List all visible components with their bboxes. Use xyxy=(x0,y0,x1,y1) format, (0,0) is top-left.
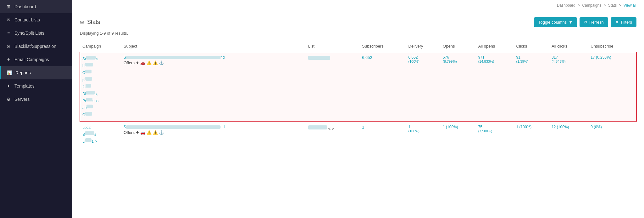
refresh-button[interactable]: ↻ Refresh xyxy=(580,17,608,27)
sidebar-item-contact-lists[interactable]: ✉ Contact Lists xyxy=(0,13,72,26)
breadcrumb-viewall[interactable]: View all xyxy=(624,3,636,8)
sync-icon: ≡ xyxy=(6,31,11,36)
blacklist-icon: ⊘ xyxy=(6,44,11,49)
subject-cell: Snd Offers ✈ 🚗 ⚠️ ⚠️ ⚓ xyxy=(121,121,306,148)
col-all-clicks: All clicks xyxy=(549,41,588,52)
filters-button[interactable]: ▼ Filters xyxy=(611,17,636,27)
all-clicks-cell: 317 (4.843%) xyxy=(549,52,588,122)
table-header-row: Campaign Subject List Subscribers Delive… xyxy=(80,41,636,52)
col-delivery: Delivery xyxy=(406,41,441,52)
breadcrumb-sep-1: > xyxy=(578,3,581,8)
campaigns-icon: ✈ xyxy=(6,57,11,62)
sidebar: ⊞ Dashboard ✉ Contact Lists ≡ Sync/Split… xyxy=(0,0,72,218)
subscribers-cell: 6,652 xyxy=(359,52,406,122)
subject-text: Snd xyxy=(124,55,303,60)
all-opens-cell: 971 (14.833%) xyxy=(476,52,514,122)
campaign-name: Local Bs Li1 > xyxy=(82,125,119,145)
content-area: ✉ Stats Toggle columns ▼ ↻ Refresh ▼ Fil… xyxy=(72,11,644,218)
reports-icon: 📊 xyxy=(7,70,12,75)
campaign-cell[interactable]: Sr's bi O pl fo Dis, Prons an O xyxy=(80,52,121,122)
opens-cell: 576 (8.799%) xyxy=(440,52,476,122)
main-area: Dashboard > Campaigns > Stats > View all… xyxy=(72,0,644,218)
list-cell: < > xyxy=(306,121,359,148)
subject-cell: Snd Offers ✈ 🚗 ⚠️ ⚠️ ⚓ xyxy=(121,52,306,122)
page-title: ✉ Stats xyxy=(80,19,100,26)
contact-lists-icon: ✉ xyxy=(6,17,11,22)
breadcrumb: Dashboard > Campaigns > Stats > View all xyxy=(72,0,644,11)
clicks-cell: 1 (100%) xyxy=(514,121,549,148)
stats-envelope-icon: ✉ xyxy=(80,19,84,25)
sidebar-item-reports[interactable]: 📊 Reports xyxy=(0,66,72,79)
campaign-cell[interactable]: Local Bs Li1 > xyxy=(80,121,121,148)
opens-cell: 1 (100%) xyxy=(440,121,476,148)
table-row: Sr's bi O pl fo Dis, Prons an O xyxy=(80,52,636,122)
list-cell xyxy=(306,52,359,122)
breadcrumb-sep-2: > xyxy=(603,3,607,8)
page-header: ✉ Stats Toggle columns ▼ ↻ Refresh ▼ Fil… xyxy=(80,17,636,27)
table-row: Local Bs Li1 > Snd Offers ✈ 🚗 ⚠️ ⚠️ ⚓ xyxy=(80,121,636,148)
breadcrumb-campaigns[interactable]: Campaigns xyxy=(582,3,601,8)
col-unsubscribe: Unsubscribe xyxy=(588,41,636,52)
header-actions: Toggle columns ▼ ↻ Refresh ▼ Filters xyxy=(534,17,636,27)
sidebar-item-templates[interactable]: ✦ Templates xyxy=(0,79,72,93)
servers-icon: ⚙ xyxy=(6,97,11,102)
subject-emojis: Offers ✈ 🚗 ⚠️ ⚠️ ⚓ xyxy=(124,60,303,65)
unsubscribe-cell: 0 (0%) xyxy=(588,121,636,148)
subscribers-cell: 1 xyxy=(359,121,406,148)
campaign-name: Sr's bi O pl fo Dis, Prons an O xyxy=(82,55,119,118)
delivery-cell: 1 (100%) xyxy=(406,121,441,148)
templates-icon: ✦ xyxy=(6,83,11,89)
col-subject: Subject xyxy=(121,41,306,52)
breadcrumb-dashboard[interactable]: Dashboard xyxy=(557,3,575,8)
col-clicks: Clicks xyxy=(514,41,549,52)
sidebar-item-servers[interactable]: ⚙ Servers xyxy=(0,93,72,106)
all-opens-cell: 75 (7,500%) xyxy=(476,121,514,148)
col-campaign: Campaign xyxy=(80,41,121,52)
col-opens: Opens xyxy=(440,41,476,52)
displaying-count: Displaying 1-9 of 9 results. xyxy=(80,31,636,36)
sidebar-item-dashboard[interactable]: ⊞ Dashboard xyxy=(0,0,72,13)
all-clicks-cell: 12 (100%) xyxy=(549,121,588,148)
breadcrumb-stats[interactable]: Stats xyxy=(608,3,617,8)
breadcrumb-sep-3: > xyxy=(619,3,622,8)
unsubscribe-cell: 17 (0.256%) xyxy=(588,52,636,122)
toggle-columns-chevron-icon: ▼ xyxy=(569,20,573,25)
sidebar-item-sync-split[interactable]: ≡ Sync/Split Lists xyxy=(0,26,72,40)
col-subscribers: Subscribers xyxy=(359,41,406,52)
toggle-columns-button[interactable]: Toggle columns ▼ xyxy=(534,17,577,27)
sidebar-item-email-campaigns[interactable]: ✈ Email Campaigns xyxy=(0,53,72,66)
subject-text: Snd xyxy=(124,125,303,129)
stats-table: Campaign Subject List Subscribers Delive… xyxy=(80,41,636,148)
col-all-opens: All opens xyxy=(476,41,514,52)
filter-icon: ▼ xyxy=(615,20,619,25)
col-list: List xyxy=(306,41,359,52)
sidebar-item-blacklist[interactable]: ⊘ Blacklist/Suppression xyxy=(0,40,72,53)
refresh-icon: ↻ xyxy=(584,20,587,25)
subject-emojis: Offers ✈ 🚗 ⚠️ ⚠️ ⚓ xyxy=(124,130,303,135)
dashboard-icon: ⊞ xyxy=(6,4,11,9)
delivery-cell: 6,652 (100%) xyxy=(406,52,441,122)
clicks-cell: 91 (1.39%) xyxy=(514,52,549,122)
